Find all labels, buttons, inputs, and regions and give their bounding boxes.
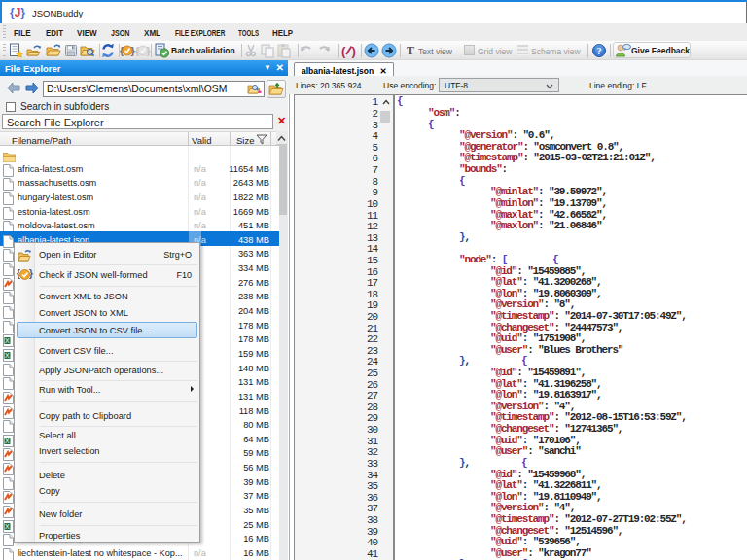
svg-text:?: ?	[597, 46, 602, 56]
svg-text:X: X	[5, 352, 10, 359]
svg-text:X: X	[5, 337, 10, 344]
svg-text:): )	[352, 44, 356, 58]
svg-text:X: X	[5, 438, 10, 444]
svg-text:X: X	[5, 523, 10, 530]
svg-text:(: (	[341, 44, 346, 58]
